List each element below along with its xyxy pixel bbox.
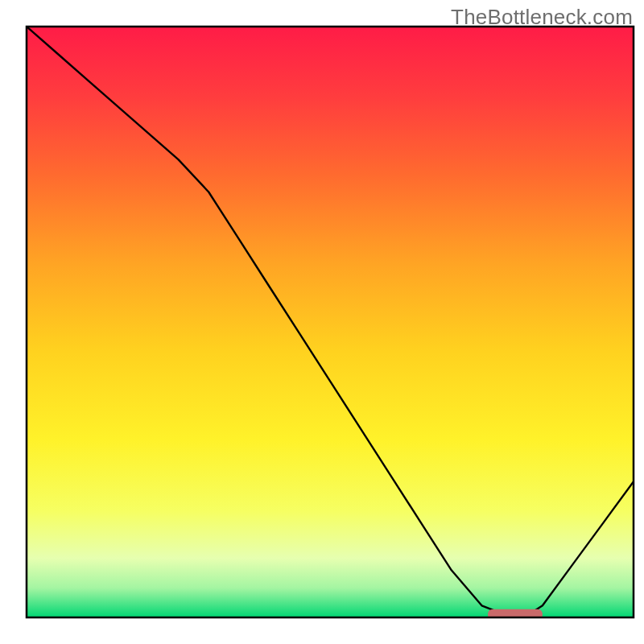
watermark-text: TheBottleneck.com	[451, 5, 633, 30]
bottleneck-chart: TheBottleneck.com	[0, 0, 644, 644]
chart-svg	[0, 0, 644, 644]
plot-background	[27, 27, 634, 617]
